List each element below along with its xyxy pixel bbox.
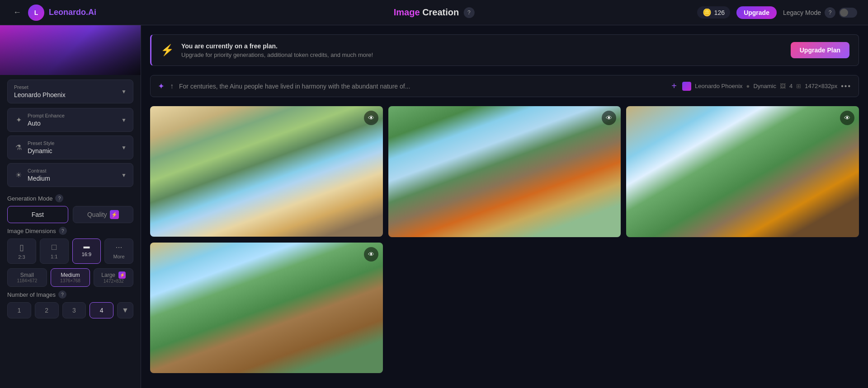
- prompt-style: Dynamic: [753, 83, 776, 89]
- preset-selector[interactable]: Preset Leonardo Phoenix ▼: [7, 79, 133, 103]
- eye-button-3[interactable]: 👁: [840, 111, 854, 125]
- ratio-more-button[interactable]: ··· More: [104, 238, 133, 264]
- prompt-bar: ✦ ↑ For centuries, the Ainu people have …: [150, 75, 859, 97]
- token-count: 126: [714, 9, 725, 16]
- ratio-1-1-button[interactable]: □ 1:1: [40, 238, 69, 264]
- num-image-buttons: 1 2 3 4 ▼: [7, 302, 133, 318]
- preset-style-value: Dynamic: [28, 147, 117, 154]
- more-options-icon[interactable]: •••: [841, 82, 851, 90]
- page-title: Image Creation: [394, 7, 459, 18]
- ratio-16-9-icon: ▬: [83, 243, 90, 250]
- size-small-button[interactable]: Small 1184×672: [7, 268, 47, 287]
- ratio-16-9-button[interactable]: ▬ 16:9: [72, 238, 101, 264]
- contrast-value: Medium: [28, 175, 117, 182]
- back-button[interactable]: ←: [11, 6, 24, 19]
- upgrade-button[interactable]: Upgrade: [736, 6, 777, 19]
- prompt-text[interactable]: For centuries, the Ainu people have live…: [179, 83, 666, 90]
- contrast-label: Contrast: [28, 168, 117, 173]
- prompt-enhance-control[interactable]: ✦ Prompt Enhance Auto ▼: [7, 108, 133, 132]
- prompt-count: 4: [789, 83, 793, 89]
- num-images-section: Number of Images ? 1 2 3 4 ▼: [7, 290, 133, 318]
- preset-style-label: Preset Style: [28, 140, 117, 146]
- size-large-dim: 1472×832: [96, 279, 131, 284]
- preset-dropdown-arrow: ▼: [121, 89, 127, 95]
- legacy-mode-container: Legacy Mode ?: [783, 7, 857, 18]
- contrast-icon: ☀: [14, 171, 23, 179]
- header-center: Image Creation ?: [394, 7, 475, 18]
- model-icon: [682, 82, 691, 91]
- generation-mode-label: Generation Mode: [7, 195, 52, 202]
- sidebar: Preset Leonardo Phoenix ▼ ✦ Prompt Enhan…: [0, 25, 141, 388]
- image-3-visual: [626, 106, 859, 237]
- generation-mode-help[interactable]: ?: [55, 194, 63, 202]
- image-dimensions-label: Image Dimensions: [7, 228, 56, 234]
- num-1-button[interactable]: 1: [7, 302, 31, 318]
- size-medium-button[interactable]: Medium 1376×768: [51, 268, 90, 287]
- size-large-badge: ⚡: [118, 271, 126, 279]
- num-4-button[interactable]: 4: [90, 302, 113, 318]
- image-dimensions-help[interactable]: ?: [59, 227, 67, 235]
- upgrade-plan-button[interactable]: Upgrade Plan: [791, 42, 849, 58]
- ratio-1-1-icon: □: [52, 243, 57, 252]
- size-small-dim: 1184×672: [9, 278, 45, 283]
- prompt-plus-icon[interactable]: +: [671, 81, 677, 91]
- eye-button-1[interactable]: 👁: [364, 111, 378, 125]
- ratio-2-3-icon: ▯: [19, 243, 24, 252]
- preset-label: Preset: [14, 84, 66, 90]
- legacy-mode-label: Legacy Mode: [783, 9, 821, 16]
- quality-mode-button[interactable]: Quality ⚡: [73, 206, 134, 223]
- quality-badge-icon: ⚡: [110, 210, 119, 219]
- eye-button-4[interactable]: 👁: [364, 247, 378, 262]
- prompt-enhance-icon: ✦: [14, 116, 23, 124]
- contrast-control[interactable]: ☀ Contrast Medium ▼: [7, 163, 133, 187]
- logo-text: Leonardo.Ai: [49, 8, 96, 17]
- up-icon: ↑: [170, 82, 174, 90]
- ratio-16-9-label: 16:9: [82, 252, 91, 257]
- image-card-3[interactable]: 👁: [626, 106, 859, 237]
- num-3-button[interactable]: 3: [62, 302, 86, 318]
- prompt-enhance-arrow: ▼: [121, 117, 127, 123]
- app-header: ← L Leonardo.Ai Image Creation ? 🪙 126 U…: [0, 0, 868, 25]
- num-2-button[interactable]: 2: [35, 302, 59, 318]
- logo-colored: Leonardo: [49, 8, 86, 17]
- prompt-dimensions: 1472×832px: [805, 83, 837, 89]
- size-large-button[interactable]: Large⚡ 1472×832: [94, 268, 133, 287]
- free-plan-lightning-icon: ⚡: [160, 44, 174, 56]
- image-2-visual: [388, 106, 621, 237]
- quality-label: Quality: [87, 211, 107, 218]
- legacy-mode-toggle[interactable]: [839, 8, 857, 18]
- free-plan-banner: ⚡ You are currently on a free plan. Upgr…: [150, 34, 859, 66]
- image-1-visual: [150, 106, 383, 237]
- image-card-4[interactable]: 👁: [150, 243, 383, 373]
- image-grid: 👁 👁 👁 👁: [150, 106, 859, 373]
- model-name: Leonardo Phoenix: [695, 83, 743, 89]
- size-small-label: Small: [9, 272, 45, 278]
- prompt-enhance-value: Auto: [28, 120, 117, 127]
- dimension-ratio-buttons: ▯ 2:3 □ 1:1 ▬ 16:9 ··· More: [7, 238, 133, 264]
- image-card-2[interactable]: 👁: [388, 106, 621, 237]
- main-layout: Preset Leonardo Phoenix ▼ ✦ Prompt Enhan…: [0, 25, 868, 388]
- ratio-2-3-button[interactable]: ▯ 2:3: [7, 238, 36, 264]
- free-plan-title: You are currently on a free plan.: [181, 42, 373, 50]
- size-medium-dim: 1376×768: [53, 278, 88, 283]
- ratio-more-icon: ···: [116, 243, 123, 252]
- ratio-2-3-label: 2:3: [18, 254, 25, 260]
- preset-style-icon: ⚗: [14, 143, 23, 152]
- num-images-help[interactable]: ?: [58, 290, 66, 299]
- num-more-button[interactable]: ▼: [117, 302, 133, 318]
- prompt-enhance-label: Prompt Enhance: [28, 113, 117, 118]
- legacy-help-icon[interactable]: ?: [825, 7, 835, 18]
- ratio-more-label: More: [113, 254, 125, 259]
- logo-avatar: L: [28, 5, 44, 21]
- preset-style-control[interactable]: ⚗ Preset Style Dynamic ▼: [7, 136, 133, 159]
- title-help-icon[interactable]: ?: [463, 7, 474, 18]
- image-dimensions-section: Image Dimensions ? ▯ 2:3 □ 1:1 ▬ 16:9 ··…: [7, 227, 133, 287]
- free-plan-subtitle: Upgrade for priority generations, additi…: [181, 51, 373, 58]
- image-card-1[interactable]: 👁: [150, 106, 383, 237]
- preset-value: Leonardo Phoenix: [14, 91, 66, 98]
- header-right: 🪙 126 Upgrade Legacy Mode ?: [697, 6, 857, 19]
- token-badge: 🪙 126: [697, 6, 730, 19]
- prompt-model-info: Leonardo Phoenix ● Dynamic 🖼 4 ⊞ 1472×83…: [682, 82, 851, 91]
- fast-mode-button[interactable]: Fast: [7, 206, 68, 223]
- wand-icon: ✦: [158, 81, 165, 91]
